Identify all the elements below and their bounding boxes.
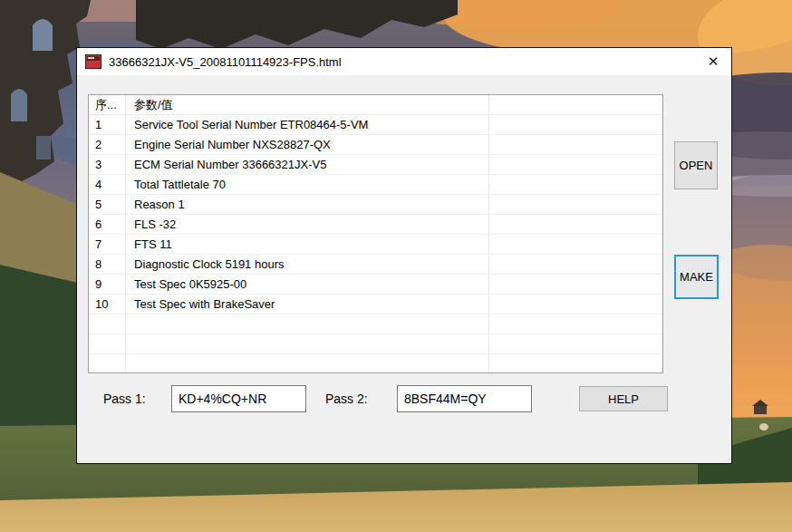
column-header-extra[interactable] [489,95,662,114]
row-value: Test Spec 0K5925-00 [126,275,489,294]
titlebar[interactable]: 33666321JX-V5_20081101114923-FPS.html ✕ [77,48,731,75]
table-header-row: 序... 参数/值 [89,95,662,115]
row-value: FLS -32 [126,215,489,234]
table-row[interactable]: 10 Test Spec with BrakeSaver [89,295,662,314]
row-extra [489,115,662,134]
row-extra [489,255,662,274]
row-value: Engine Serial Number NXS28827-QX [126,135,489,154]
table-row[interactable]: 7 FTS 11 [89,235,662,255]
row-extra [489,195,662,214]
help-button[interactable]: HELP [579,386,668,411]
table-row[interactable]: 8 Diagnostic Clock 5191 hours [89,255,662,275]
table-row[interactable]: 2 Engine Serial Number NXS28827-QX [89,135,662,155]
row-value: Reason 1 [126,195,489,214]
row-index: 8 [89,255,126,274]
table-row[interactable]: 3 ECM Serial Number 33666321JX-V5 [89,155,662,175]
close-button[interactable]: ✕ [695,48,731,75]
make-button[interactable]: MAKE [674,255,719,299]
close-icon: ✕ [708,53,720,70]
column-header-param[interactable]: 参数/值 [126,95,489,114]
row-index: 2 [89,135,126,154]
table-empty-row [89,354,662,373]
pass2-input[interactable] [397,385,532,412]
row-index: 9 [89,275,126,294]
row-index: 7 [89,235,126,254]
column-header-index[interactable]: 序... [89,95,126,114]
table-row[interactable]: 5 Reason 1 [89,195,662,215]
row-index: 1 [89,115,126,134]
row-value: Diagnostic Clock 5191 hours [126,255,489,274]
table-row[interactable]: 9 Test Spec 0K5925-00 [89,275,662,295]
row-extra [489,155,662,174]
dialog-window: 33666321JX-V5_20081101114923-FPS.html ✕ … [76,47,732,464]
table-empty-row [89,314,662,334]
table-row[interactable]: 6 FLS -32 [89,215,662,235]
row-value: ECM Serial Number 33666321JX-V5 [126,155,489,174]
window-title: 33666321JX-V5_20081101114923-FPS.html [109,55,342,69]
table-empty-row [89,334,662,354]
row-extra [489,135,662,154]
row-index: 6 [89,215,126,234]
open-button[interactable]: OPEN [674,141,718,189]
table-row[interactable]: 4 Total Tattletale 70 [89,175,662,195]
row-extra [489,215,662,234]
row-value: FTS 11 [126,235,489,254]
pass1-input[interactable] [171,385,306,412]
row-index: 5 [89,195,126,214]
row-value: Total Tattletale 70 [126,175,489,194]
dialog-body: 序... 参数/值 1 Service Tool Serial Number E… [77,75,731,463]
pass2-label: Pass 2: [325,391,368,407]
row-extra [489,175,662,194]
row-index: 3 [89,155,126,174]
row-index: 4 [89,175,126,194]
row-index: 10 [89,295,126,314]
row-extra [489,295,662,314]
row-value: Service Tool Serial Number ETR08464-5-VM [126,115,489,134]
app-icon [85,54,101,69]
pass1-label: Pass 1: [103,391,146,407]
row-extra [489,275,662,294]
table-row[interactable]: 1 Service Tool Serial Number ETR08464-5-… [89,115,662,135]
row-value: Test Spec with BrakeSaver [126,295,489,314]
parameter-table[interactable]: 序... 参数/值 1 Service Tool Serial Number E… [88,94,663,373]
row-extra [489,235,662,254]
